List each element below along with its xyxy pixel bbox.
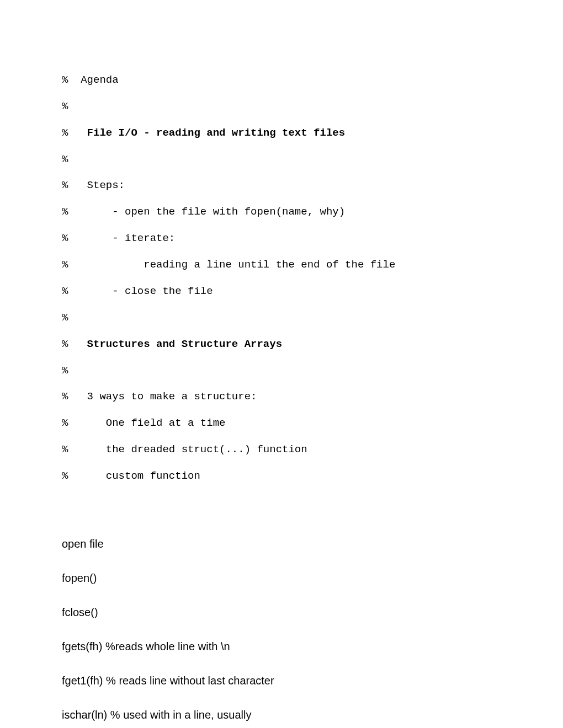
code-line: % One field at a time bbox=[62, 417, 501, 430]
note-line: fgets(fh) %reads whole line with \n bbox=[62, 638, 501, 655]
comment-prefix: % bbox=[62, 127, 87, 139]
code-line: % 3 ways to make a structure: bbox=[62, 390, 501, 404]
comment-prefix: % bbox=[62, 338, 87, 350]
heading-structures: Structures and Structure Arrays bbox=[87, 338, 282, 350]
code-line: % - iterate: bbox=[62, 232, 501, 245]
code-line: % bbox=[62, 365, 501, 378]
agenda-block: % Agenda % % File I/O - reading and writ… bbox=[62, 61, 501, 496]
code-line: % custom function bbox=[62, 470, 501, 483]
spacer bbox=[62, 496, 501, 518]
code-line: % - close the file bbox=[62, 285, 501, 298]
note-line: fopen() bbox=[62, 570, 501, 587]
notes-block: open file fopen() fclose() fgets(fh) %re… bbox=[62, 518, 501, 728]
code-line: % - open the file with fopen(name, why) bbox=[62, 206, 501, 219]
code-line: % bbox=[62, 312, 501, 325]
note-line: fget1(fh) % reads line without last char… bbox=[62, 672, 501, 689]
code-line: % File I/O - reading and writing text fi… bbox=[62, 127, 501, 140]
code-line: % Structures and Structure Arrays bbox=[62, 338, 501, 351]
note-line: fclose() bbox=[62, 604, 501, 621]
code-line: % reading a line until the end of the fi… bbox=[62, 259, 501, 272]
note-line: open file bbox=[62, 536, 501, 553]
code-line: % Steps: bbox=[62, 179, 501, 192]
code-line: % Agenda bbox=[62, 74, 501, 87]
code-line: % bbox=[62, 100, 501, 114]
code-line: % the dreaded struct(...) function bbox=[62, 443, 501, 457]
note-line: ischar(ln) % used with in a line, usuall… bbox=[62, 706, 501, 724]
code-line: % bbox=[62, 153, 501, 167]
heading-file-io: File I/O - reading and writing text file… bbox=[87, 127, 345, 139]
